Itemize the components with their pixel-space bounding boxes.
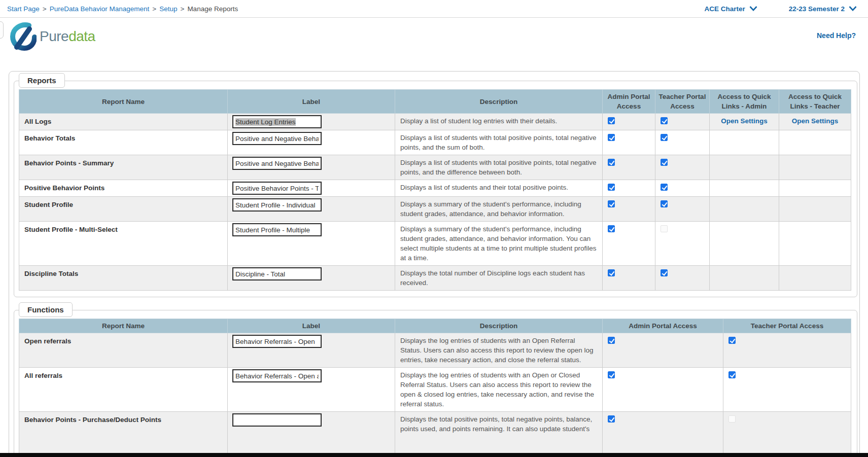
column-header-label: Label [228,319,395,333]
column-header-teacher-portal-access: Teacher Portal Access [723,319,851,333]
label-input[interactable] [232,369,322,382]
reports-table: Report Name Label Description Admin Port… [19,89,851,291]
admin-portal-access-checkbox[interactable] [608,134,615,141]
teacher-portal-access-checkbox[interactable] [661,184,668,191]
admin-portal-access-checkbox[interactable] [608,184,615,191]
teacher-portal-access-checkbox[interactable] [728,415,736,423]
quick-links-teacher-cell [779,222,851,266]
admin-portal-access-checkbox[interactable] [608,269,615,276]
column-header-report-name: Report Name [19,319,228,333]
top-bar: Start Page > PureData Behavior Managemen… [0,0,868,18]
table-row: Student Profile - Multi-Select Displays … [19,222,851,266]
label-input[interactable] [232,335,322,348]
column-header-teacher-portal-access: Teacher Portal Access [655,90,710,114]
report-description: Displays a summary of the student's perf… [395,222,603,266]
breadcrumb-separator: > [152,5,156,13]
column-header-label: Label [228,90,395,114]
label-input[interactable] [232,223,322,236]
breadcrumb: Start Page > PureData Behavior Managemen… [7,5,238,13]
report-name: Behavior Points - Purchase/Deduct Points [19,412,228,457]
label-input[interactable] [232,157,322,170]
quick-links-teacher-cell [779,180,851,197]
term-selector[interactable]: 22-23 Semester 2 [789,5,857,13]
table-row: Behavior Totals Displays a list of stude… [19,130,851,155]
report-description: Displays a list of students with total p… [395,155,603,180]
column-header-admin-portal-access: Admin Portal Access [603,90,655,114]
breadcrumb-separator: > [43,5,47,13]
school-selector[interactable]: ACE Charter [704,5,757,13]
table-row: Student Profile Displays a summary of th… [19,197,851,222]
breadcrumb-link-setup[interactable]: Setup [159,5,177,13]
puredata-logo-icon [9,22,37,51]
report-name: All Logs [19,114,228,130]
label-input[interactable] [232,132,322,145]
chevron-down-icon [749,6,757,11]
admin-portal-access-checkbox[interactable] [608,117,615,124]
quick-links-teacher-cell [779,197,851,222]
quick-links-admin-cell [710,222,779,266]
column-header-description: Description [395,319,603,333]
teacher-portal-access-checkbox[interactable] [661,225,668,232]
teacher-portal-access-checkbox[interactable] [661,117,668,124]
quick-links-admin-cell [710,130,779,155]
teacher-portal-access-checkbox[interactable] [661,159,668,166]
quick-links-teacher-cell [779,266,851,291]
column-header-description: Description [395,90,603,114]
label-input[interactable] [232,198,322,212]
table-row: Open referrals Displays the log entries … [19,333,851,368]
report-description: Displays the log entries of students wit… [395,333,603,368]
functions-header-row: Report Name Label Description Admin Port… [19,319,851,333]
report-description: Display a list of student log entries wi… [395,114,603,130]
table-row: Discipline Totals Displays the total num… [19,266,851,291]
teacher-portal-access-checkbox[interactable] [661,200,668,207]
report-description: Displays a list of students and their to… [395,180,603,197]
reports-header-row: Report Name Label Description Admin Port… [19,90,851,114]
table-row: Behavior Points - Summary Displays a lis… [19,155,851,180]
report-name: Discipline Totals [19,266,228,291]
quick-links-admin-cell [710,180,779,197]
puredata-logo-text: Puredata [40,28,95,45]
label-input[interactable] [232,182,322,195]
label-input[interactable] [232,267,322,280]
report-name: Behavior Points - Summary [19,155,228,180]
admin-portal-access-checkbox[interactable] [608,225,615,232]
reports-group: Reports Report Name Label Description Ad… [14,81,857,297]
admin-portal-access-checkbox[interactable] [608,200,615,207]
breadcrumb-separator: > [180,5,184,13]
school-selector-label: ACE Charter [704,5,745,13]
breadcrumb-link-puredata-behavior-management[interactable]: PureData Behavior Management [50,5,150,13]
term-selector-label: 22-23 Semester 2 [789,5,845,13]
report-name: Positive Behavior Points [19,180,228,197]
need-help-link[interactable]: Need Help? [817,31,856,40]
teacher-portal-access-checkbox[interactable] [728,337,736,344]
admin-portal-access-checkbox[interactable] [608,371,615,378]
functions-table: Report Name Label Description Admin Port… [19,319,851,457]
open-settings-link-teacher[interactable]: Open Settings [792,117,839,125]
quick-links-admin-cell [710,197,779,222]
admin-portal-access-checkbox[interactable] [608,415,615,423]
label-input[interactable] [232,413,322,427]
teacher-portal-access-checkbox[interactable] [728,371,736,378]
report-name: Student Profile [19,197,228,222]
teacher-portal-access-checkbox[interactable] [661,134,668,141]
report-name: Student Profile - Multi-Select [19,222,228,266]
quick-links-teacher-cell [779,130,851,155]
admin-portal-access-checkbox[interactable] [608,337,615,344]
column-header-report-name: Report Name [19,90,228,114]
report-name: Open referrals [19,333,228,368]
breadcrumb-link-start-page[interactable]: Start Page [7,5,40,13]
table-row: Behavior Points - Purchase/Deduct Points… [19,412,851,457]
label-input[interactable]: Student Log Entries [232,115,322,128]
table-row: All Logs Student Log Entries Display a l… [19,114,851,130]
open-settings-link-admin[interactable]: Open Settings [721,117,768,125]
breadcrumb-current-page: Manage Reports [187,5,238,13]
collapsed-side-tab[interactable] [0,21,4,39]
report-description: Displays a summary of the student's perf… [395,197,603,222]
puredata-logo: Puredata [9,22,95,51]
report-name: Behavior Totals [19,130,228,155]
admin-portal-access-checkbox[interactable] [608,159,615,166]
teacher-portal-access-checkbox[interactable] [661,269,668,276]
column-header-admin-portal-access: Admin Portal Access [603,319,723,333]
quick-links-teacher-cell [779,155,851,180]
screenshot-bottom-edge [0,453,868,457]
